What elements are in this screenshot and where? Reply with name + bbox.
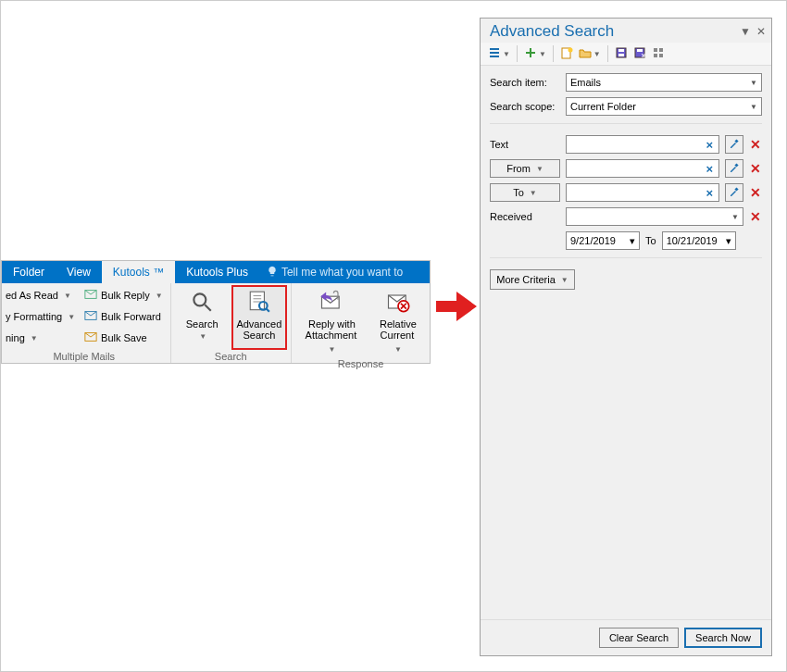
chevron-down-icon: ▼ [750, 103, 757, 111]
group-label: Search [175, 350, 287, 363]
menu-button[interactable]: ▼ [486, 45, 512, 62]
new-file-button[interactable] [558, 45, 575, 62]
bulk-forward-button[interactable]: Bulk Forward [81, 306, 167, 327]
date-from-input[interactable]: 9/21/2019 ▾ [566, 231, 640, 250]
remove-row-button[interactable]: ✕ [749, 137, 762, 152]
panel-toolbar: ▼ ▼ ▼ [481, 43, 771, 66]
item-label: Search [186, 318, 219, 330]
date-to-label: To [645, 235, 656, 246]
eyedropper-icon [729, 186, 740, 199]
from-input[interactable]: × [566, 159, 719, 178]
dropdown-button[interactable]: ▼ [740, 25, 751, 38]
chevron-down-icon: ▼ [31, 334, 38, 342]
chevron-down-icon: ▼ [199, 332, 206, 341]
envelope-icon [84, 309, 97, 324]
group-label: Response [295, 357, 426, 370]
chevron-down-icon: ▼ [750, 79, 757, 87]
search-now-button[interactable]: Search Now [684, 628, 762, 648]
group-label: Multiple Mails [2, 350, 167, 363]
svg-point-3 [194, 293, 206, 305]
menu-icon [488, 46, 501, 61]
to-field[interactable] [570, 186, 704, 199]
clear-search-button[interactable]: Clear Search [599, 628, 679, 648]
item-label: ed As Read [6, 290, 58, 301]
grid-button[interactable] [650, 45, 667, 62]
clear-icon[interactable]: × [704, 186, 715, 200]
search-item-select[interactable]: Emails ▼ [566, 73, 762, 92]
clear-icon[interactable]: × [704, 162, 715, 176]
open-folder-button[interactable]: ▼ [577, 45, 603, 62]
plus-icon [524, 46, 537, 61]
button-label: Clear Search [609, 632, 668, 643]
search-scope-select[interactable]: Current Folder ▼ [566, 97, 762, 116]
text-field[interactable] [570, 138, 704, 151]
text-input[interactable]: × [566, 135, 719, 154]
relative-current-button[interactable]: Relative Current ▼ [370, 285, 426, 357]
save-icon [615, 46, 628, 61]
button-label: More Criteria [496, 274, 556, 285]
group-response: Reply with Attachment ▼ Relative Current… [292, 283, 430, 363]
svg-rect-33 [734, 163, 738, 167]
svg-rect-5 [250, 292, 264, 310]
to-input[interactable]: × [566, 183, 719, 202]
more-criteria-button[interactable]: More Criteria ▼ [490, 269, 575, 290]
tab-view[interactable]: View [56, 261, 102, 283]
ribbon: Folder View Kutools ™ Kutools Plus Tell … [1, 260, 431, 364]
received-label: Received [490, 211, 560, 222]
chevron-down-icon: ▼ [156, 292, 163, 300]
search-icon [190, 290, 214, 316]
picker-button[interactable] [725, 183, 743, 202]
select-value: Emails [570, 77, 601, 88]
panel-title: Advanced Search [490, 22, 614, 41]
from-field-button[interactable]: From ▼ [490, 159, 560, 178]
save-as-button[interactable] [631, 45, 648, 62]
tab-folder[interactable]: Folder [2, 261, 56, 283]
formatting-button[interactable]: y Formatting ▼ [2, 306, 79, 327]
bulk-save-button[interactable]: Bulk Save [81, 328, 167, 348]
tab-kutools-plus[interactable]: Kutools Plus [175, 261, 259, 283]
to-field-button[interactable]: To ▼ [490, 183, 560, 202]
search-scope-label: Search scope: [490, 101, 560, 112]
chevron-down-icon: ▼ [503, 50, 510, 58]
date-value: 9/21/2019 [570, 235, 616, 246]
remove-row-button[interactable]: ✕ [749, 209, 762, 224]
text-label: Text [490, 139, 560, 150]
search-button[interactable]: Search ▼ [175, 285, 230, 350]
tab-kutools[interactable]: Kutools ™ [102, 261, 175, 283]
advanced-search-button[interactable]: Advanced Search [231, 285, 287, 350]
from-field[interactable] [570, 162, 704, 175]
grid-icon [652, 46, 665, 61]
group-multiple-mails: ed As Read ▼ y Formatting ▼ ning ▼ [2, 283, 171, 363]
add-button[interactable]: ▼ [522, 45, 548, 62]
bulk-reply-button[interactable]: Bulk Reply ▼ [81, 285, 167, 305]
ning-button[interactable]: ning ▼ [2, 328, 79, 348]
reply-with-attachment-button[interactable]: Reply with Attachment ▼ [295, 285, 369, 357]
remove-row-button[interactable]: ✕ [749, 161, 762, 176]
advanced-search-panel: Advanced Search ▼ ✕ ▼ ▼ ▼ [480, 18, 772, 656]
tellme[interactable]: Tell me what you want to [259, 261, 403, 283]
advanced-search-icon [247, 290, 271, 316]
panel-titlebar: Advanced Search ▼ ✕ [481, 19, 771, 43]
select-value: Current Folder [570, 101, 636, 112]
picker-button[interactable] [725, 135, 743, 154]
chevron-down-icon: ▼ [536, 165, 543, 173]
chevron-down-icon: ▼ [328, 345, 335, 354]
search-item-label: Search item: [490, 77, 560, 88]
separator [490, 257, 762, 258]
mark-as-read-button[interactable]: ed As Read ▼ [2, 285, 79, 305]
date-to-input[interactable]: 10/21/2019 ▾ [662, 231, 736, 250]
chevron-down-icon: ▾ [726, 235, 731, 247]
received-select[interactable]: ▼ [566, 207, 743, 226]
svg-rect-28 [654, 48, 657, 52]
item-label: Current [381, 330, 415, 341]
svg-rect-34 [734, 187, 738, 191]
close-button[interactable]: ✕ [756, 25, 766, 38]
item-label: Attachment [306, 330, 357, 341]
chevron-down-icon: ▼ [561, 276, 568, 284]
picker-button[interactable] [725, 159, 743, 178]
new-file-icon [560, 46, 573, 61]
clear-icon[interactable]: × [704, 138, 715, 152]
save-button[interactable] [613, 45, 630, 62]
remove-row-button[interactable]: ✕ [749, 185, 762, 200]
eyedropper-icon [729, 138, 740, 151]
